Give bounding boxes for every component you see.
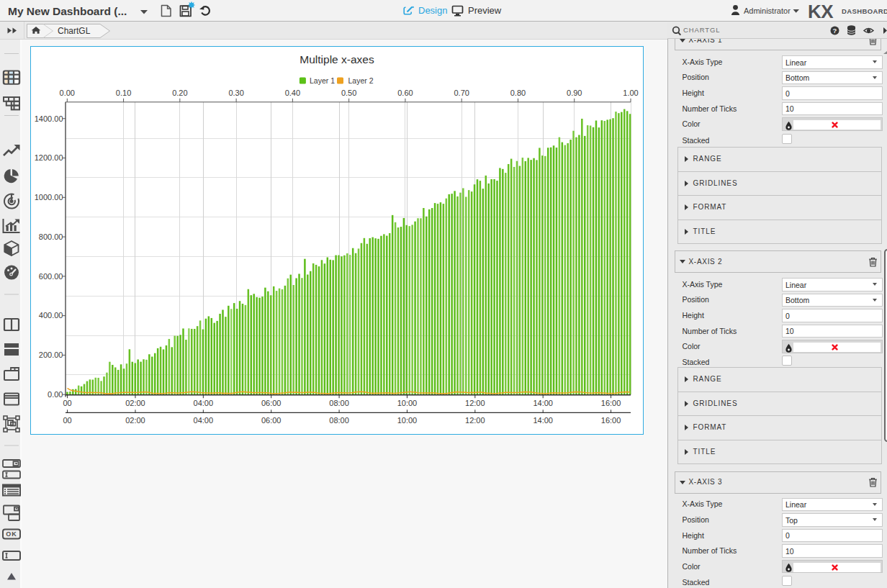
svg-text:04:00: 04:00 bbox=[194, 399, 214, 407]
svg-text:1.00: 1.00 bbox=[623, 89, 638, 97]
svg-text:Preview: Preview bbox=[468, 5, 502, 16]
svg-text:08:00: 08:00 bbox=[329, 416, 349, 425]
svg-text:My New Dashboard (...: My New Dashboard (... bbox=[8, 5, 127, 17]
svg-text:600.00: 600.00 bbox=[39, 272, 63, 281]
svg-text:KX: KX bbox=[808, 1, 834, 22]
svg-text:0.00: 0.00 bbox=[48, 390, 63, 399]
svg-text:0.20: 0.20 bbox=[172, 89, 187, 97]
svg-text:OK: OK bbox=[6, 530, 17, 538]
svg-text:0.70: 0.70 bbox=[454, 89, 469, 97]
svg-text:0.60: 0.60 bbox=[397, 89, 413, 97]
svg-text:Design: Design bbox=[418, 5, 447, 16]
svg-text:1000.00: 1000.00 bbox=[35, 193, 63, 202]
svg-text:16:00: 16:00 bbox=[601, 416, 621, 425]
svg-text:00: 00 bbox=[63, 399, 71, 407]
svg-text:CHARTGL: CHARTGL bbox=[683, 26, 721, 34]
svg-text:ChartGL: ChartGL bbox=[58, 26, 91, 36]
svg-text:00: 00 bbox=[63, 416, 71, 425]
svg-text:0.10: 0.10 bbox=[116, 89, 131, 97]
svg-text:0.50: 0.50 bbox=[341, 89, 356, 97]
svg-text:Layer 2: Layer 2 bbox=[348, 76, 374, 85]
svg-text:0.40: 0.40 bbox=[285, 89, 300, 97]
svg-text:0.90: 0.90 bbox=[567, 89, 582, 97]
svg-text:08:00: 08:00 bbox=[329, 399, 349, 407]
svg-text:02:00: 02:00 bbox=[125, 399, 145, 407]
svg-text:14:00: 14:00 bbox=[533, 399, 553, 407]
svg-text:1400.00: 1400.00 bbox=[35, 114, 63, 123]
svg-text:1200.00: 1200.00 bbox=[35, 153, 63, 162]
svg-text:0.30: 0.30 bbox=[228, 89, 243, 97]
svg-text:02:00: 02:00 bbox=[125, 416, 145, 425]
svg-text:16:00: 16:00 bbox=[601, 399, 621, 407]
svg-text:10:00: 10:00 bbox=[397, 416, 418, 425]
svg-text:06:00: 06:00 bbox=[261, 399, 282, 407]
svg-text:Multiple x-axes: Multiple x-axes bbox=[300, 53, 374, 65]
svg-text:Layer 1: Layer 1 bbox=[310, 76, 335, 85]
svg-text:400.00: 400.00 bbox=[39, 311, 63, 320]
svg-text:0.00: 0.00 bbox=[60, 89, 75, 97]
svg-text:200.00: 200.00 bbox=[39, 350, 63, 359]
svg-text:0.80: 0.80 bbox=[510, 89, 526, 97]
svg-text:14:00: 14:00 bbox=[533, 416, 553, 425]
svg-text:06:00: 06:00 bbox=[261, 416, 282, 425]
svg-text:10:00: 10:00 bbox=[397, 399, 418, 407]
svg-text:Administrator: Administrator bbox=[744, 6, 791, 15]
svg-text:800.00: 800.00 bbox=[39, 232, 63, 241]
svg-text:DASHBOARDS: DASHBOARDS bbox=[842, 7, 887, 15]
svg-text:12:00: 12:00 bbox=[465, 399, 485, 407]
svg-text:?: ? bbox=[833, 27, 837, 35]
svg-text:04:00: 04:00 bbox=[194, 416, 214, 425]
svg-text:12:00: 12:00 bbox=[465, 416, 485, 425]
